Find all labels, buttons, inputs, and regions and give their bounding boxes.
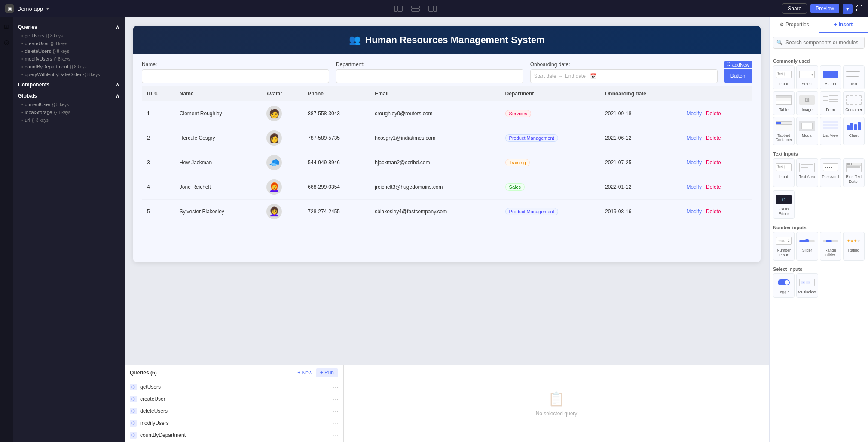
modify-link[interactable]: Modify (687, 135, 702, 141)
comp-preview-chart (845, 120, 862, 132)
queries-section-header[interactable]: Queries ∧ (18, 21, 119, 32)
component-input[interactable]: Text | Input (773, 65, 795, 89)
query-more-icon[interactable]: ··· (333, 408, 338, 414)
query-db-icon: ⬡ (130, 408, 137, 414)
sort-icon[interactable]: ⇅ (154, 92, 157, 96)
query-label: countByDepartment (140, 432, 186, 438)
layout-icon-3[interactable] (428, 3, 438, 14)
sidebar-query-querywithentrydateorder[interactable]: queryWithEntryDateOrder {} 8 keys (18, 71, 119, 78)
query-label: modifyUsers (140, 420, 169, 426)
query-more-icon[interactable]: ··· (333, 384, 338, 390)
run-query-button[interactable]: + Run (316, 368, 338, 377)
comp-label-text-input: Input (779, 175, 788, 179)
name-input[interactable] (142, 69, 329, 83)
comp-preview-text (845, 68, 862, 80)
query-more-icon[interactable]: ··· (333, 432, 338, 439)
preview-button[interactable]: Preview (810, 4, 839, 13)
component-text-area[interactable]: Text Area (796, 158, 818, 187)
components-section-title: Components (18, 82, 49, 88)
layout-icon-2[interactable] (410, 3, 421, 14)
component-chart[interactable]: Chart (843, 117, 865, 146)
layout-icon-1[interactable] (393, 3, 403, 14)
preview-caret-button[interactable]: ▾ (843, 4, 853, 14)
component-slider[interactable]: Slider (796, 232, 818, 261)
bottom-query-item[interactable]: ⬡ createUser ··· (125, 393, 343, 405)
sidebar-query-deleteusers[interactable]: deleteUsers {} 8 keys (18, 47, 119, 55)
globals-section-header[interactable]: Globals ∧ (18, 89, 119, 101)
cell-avatar: 👩‍🦰 (261, 175, 303, 200)
bottom-query-item[interactable]: ⬡ countByDepartment ··· (125, 429, 343, 441)
modify-link[interactable]: Modify (687, 209, 702, 215)
cell-email: hjackman2@scribd.com (370, 150, 500, 175)
delete-link[interactable]: Delete (706, 209, 721, 215)
app-dropdown-icon[interactable]: ▾ (46, 6, 49, 12)
component-select[interactable]: ▾ Select (796, 65, 818, 89)
svg-rect-1 (398, 6, 402, 11)
globals-section-title: Globals (18, 93, 37, 99)
component-json-editor[interactable]: { } JSON Editor (773, 190, 795, 219)
tab-insert[interactable]: + Insert (819, 17, 868, 33)
query-more-icon[interactable]: ··· (333, 396, 338, 402)
cell-email: jreichelt3@hugedomains.com (370, 175, 500, 200)
sidebar-content: Queries ∧ getUsers {} 8 keyscreateUser {… (13, 17, 125, 442)
component-rich-text-editor[interactable]: Rich Text Editor (843, 158, 865, 187)
query-more-icon[interactable]: ··· (333, 420, 338, 427)
component-form[interactable]: Form (820, 91, 841, 115)
table-body: 1 Clement Roughley 🧑 887-558-3043 crough… (142, 101, 752, 224)
component-table[interactable]: Table (773, 91, 795, 115)
modify-link[interactable]: Modify (687, 160, 702, 166)
component-image[interactable]: 🖼 Image (796, 91, 818, 115)
tab-properties[interactable]: ⚙ Properties (770, 17, 819, 33)
sidebar-global-currentuser[interactable]: currentUser {} 5 keys (18, 101, 119, 108)
component-button[interactable]: Button (820, 65, 841, 89)
bottom-query-item[interactable]: ⬡ deleteUsers ··· (125, 405, 343, 417)
components-collapse-icon[interactable]: ∧ (116, 82, 119, 88)
comp-preview-password (822, 161, 839, 173)
dept-select[interactable]: Services Product Management Training Sal… (336, 69, 523, 83)
component-modal[interactable]: Modal (796, 117, 818, 146)
add-new-button[interactable]: Button (724, 69, 752, 83)
component-text[interactable]: Text (843, 65, 865, 89)
delete-link[interactable]: Delete (706, 160, 721, 166)
new-query-button[interactable]: + New (297, 368, 312, 377)
cell-email: sblakesley4@fastcompany.com (370, 200, 500, 224)
comp-preview-input: Text | (775, 68, 792, 80)
component-multiselect[interactable]: AB Multiselect (796, 273, 818, 298)
sidebar-query-createuser[interactable]: createUser {} 8 keys (18, 40, 119, 47)
sidebar-nav-grid-icon[interactable]: ⊞ (2, 22, 11, 31)
components-section-header[interactable]: Components ∧ (18, 78, 119, 89)
component-rating[interactable]: ★★★★ Rating (843, 232, 865, 261)
sidebar-query-modifyusers[interactable]: modifyUsers {} 8 keys (18, 55, 119, 63)
fullscreen-button[interactable]: ⛶ (856, 5, 863, 12)
queries-collapse-icon[interactable]: ∧ (116, 24, 119, 30)
delete-link[interactable]: Delete (706, 184, 721, 190)
component-tabbed-container[interactable]: Tabbed Container (773, 117, 795, 146)
component-toggle[interactable]: Toggle (773, 273, 795, 298)
component-list-view[interactable]: List View (820, 117, 841, 146)
share-button[interactable]: Share (782, 3, 807, 14)
component-password[interactable]: Password (820, 158, 841, 187)
component-text-input[interactable]: Text | Input (773, 158, 795, 187)
sidebar-nav-circle-icon[interactable]: ◎ (2, 38, 11, 46)
bottom-query-item[interactable]: ⬡ modifyUsers ··· (125, 417, 343, 429)
sidebar-query-getusers[interactable]: getUsers {} 8 keys (18, 32, 119, 40)
modify-link[interactable]: Modify (687, 184, 702, 190)
modify-link[interactable]: Modify (687, 110, 702, 117)
date-range-picker[interactable]: Start date → End date 📅 (530, 69, 718, 83)
delete-link[interactable]: Delete (706, 110, 721, 117)
component-range-slider[interactable]: Range Slider (820, 232, 841, 261)
component-container[interactable]: Container (843, 91, 865, 115)
table-header: ID ⇅ Name Avatar Phone Email Department … (142, 86, 752, 101)
filter-bar: Name: Department: Services Product Manag… (133, 54, 761, 86)
sidebar-global-localstorage[interactable]: localStorage {} 1 keys (18, 108, 119, 116)
comp-preview-button (822, 68, 839, 80)
globals-collapse-icon[interactable]: ∧ (116, 93, 119, 99)
sidebar-global-url[interactable]: url {} 3 keys (18, 116, 119, 124)
sidebar-query-countbydepartment[interactable]: countByDepartment {} 8 keys (18, 63, 119, 71)
delete-link[interactable]: Delete (706, 135, 721, 141)
bottom-query-item[interactable]: ⬡ getUsers ··· (125, 381, 343, 393)
search-input[interactable] (773, 37, 865, 49)
component-number-input[interactable]: 1234▲▼ Number Input (773, 232, 795, 261)
cell-onboarding: 2021-09-18 (600, 101, 682, 126)
comp-preview-modal (798, 120, 816, 132)
